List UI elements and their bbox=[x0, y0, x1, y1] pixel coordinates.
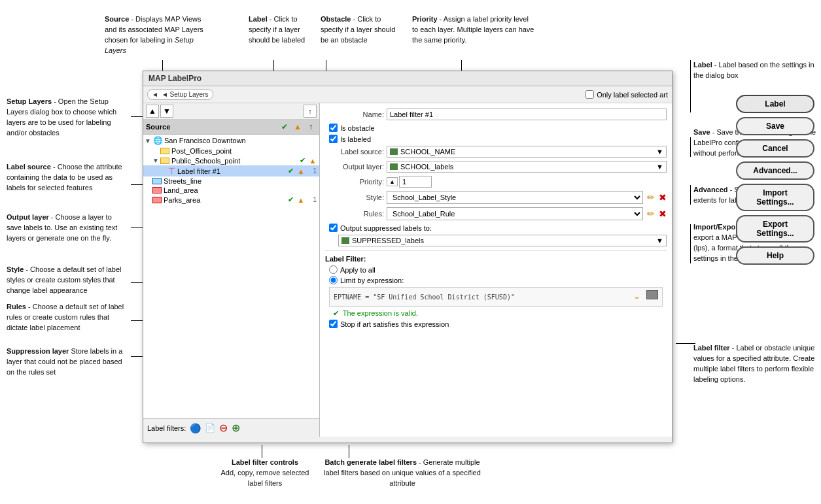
output-layer-row: Output layer: SCHOOL_labels ▼ bbox=[325, 161, 667, 173]
line-label-source-left bbox=[131, 184, 144, 185]
output-layer-select[interactable]: SCHOOL_labels ▼ bbox=[387, 161, 667, 173]
limit-expression-radio[interactable] bbox=[329, 276, 338, 284]
rules-edit-btn[interactable]: ✏ bbox=[647, 209, 655, 219]
expand-school: ▼ bbox=[152, 157, 160, 164]
priority-spin-up[interactable]: ▲ bbox=[387, 177, 398, 186]
annot-setup-left: Setup Layers - Open the Setup Layers dia… bbox=[7, 97, 128, 139]
rules-delete-btn[interactable]: ✖ bbox=[659, 209, 667, 219]
annot-rules-left: Rules - Choose a default set of label ru… bbox=[7, 302, 128, 333]
post-icon bbox=[160, 148, 169, 154]
cancel-btn[interactable]: Cancel bbox=[736, 139, 814, 158]
nav-up-btn[interactable]: ▲ bbox=[146, 105, 159, 118]
filter-icon-4[interactable]: ⊕ bbox=[232, 422, 240, 434]
dialog-window: MAP LabelPro ◄ ◄ Setup Layers Only label… bbox=[143, 71, 673, 443]
limit-expression-row[interactable]: Limit by expression: bbox=[325, 276, 667, 284]
priority-input[interactable] bbox=[399, 176, 432, 188]
obstacle-label: Is obstacle bbox=[340, 124, 375, 132]
expression-edit-btn[interactable]: ✏ bbox=[631, 290, 644, 303]
label-btn[interactable]: Label bbox=[736, 95, 814, 113]
setup-layers-label: ◄ Setup Layers bbox=[162, 91, 209, 98]
rules-label: Rules: bbox=[325, 210, 384, 218]
save-btn[interactable]: Save bbox=[736, 117, 814, 135]
line-batch-bottom bbox=[349, 445, 349, 458]
valid-msg-row: ✔ The expression is valid. bbox=[325, 309, 667, 318]
label-source-arrow: ▼ bbox=[656, 148, 663, 156]
line-setup-left bbox=[131, 116, 144, 117]
tree-row-sf[interactable]: ▼ 🌐 San Francisco Downtown bbox=[143, 135, 319, 146]
line-rules-left bbox=[131, 320, 144, 321]
obstacle-row[interactable]: Is obstacle bbox=[325, 124, 667, 132]
only-label-checkbox-container[interactable]: Only label selected art bbox=[585, 90, 668, 99]
filter1-num: 1 bbox=[306, 167, 317, 175]
apply-all-radio[interactable] bbox=[329, 265, 338, 274]
annot-suppression-left: Suppression layer Store labels in a laye… bbox=[7, 346, 128, 378]
label-source-select[interactable]: SCHOOL_NAME ▼ bbox=[387, 146, 667, 158]
tree-row-school[interactable]: ▼ Public_Schools_point ✔ ▲ bbox=[143, 156, 319, 165]
tree-row-post[interactable]: Post_Offices_point bbox=[143, 146, 319, 156]
style-edit-btn[interactable]: ✏ bbox=[647, 192, 655, 203]
annot-label-right: Label - Label based on the settings in t… bbox=[693, 60, 818, 81]
labeled-label: Is labeled bbox=[340, 135, 371, 143]
filter-icon-3[interactable]: ⊖ bbox=[219, 422, 228, 434]
check-header-icon[interactable]: ✔ bbox=[279, 121, 290, 133]
export-settings-btn-text: Export Settings... bbox=[756, 220, 794, 238]
expression-value: EPTNAME = "SF Unified School District (S… bbox=[334, 294, 631, 301]
annot-label-source-left: Label source - Choose the attribute cont… bbox=[7, 162, 128, 193]
advanced-btn[interactable]: Advanced... bbox=[736, 161, 814, 180]
output-layer-value: SCHOOL_labels bbox=[400, 163, 656, 171]
expression-copy-btn[interactable] bbox=[646, 290, 658, 299]
output-layer-arrow: ▼ bbox=[656, 163, 663, 171]
rules-select[interactable]: School_Label_Rule bbox=[387, 207, 643, 220]
move-up-btn[interactable]: ↑ bbox=[304, 105, 317, 118]
only-label-checkbox[interactable] bbox=[585, 90, 594, 99]
filter1-warn: ▲ bbox=[296, 167, 306, 175]
only-label-label: Only label selected art bbox=[597, 91, 668, 99]
annot-batch: Batch generate label filters - Generate … bbox=[321, 458, 484, 489]
label-filter-title: Label Filter: bbox=[325, 255, 667, 263]
annot-obstacle-top: Obstacle - Click to specify if a layer s… bbox=[321, 14, 399, 46]
line-output-left bbox=[131, 227, 144, 228]
warn-header-icon[interactable]: ▲ bbox=[292, 121, 304, 133]
output-layer-icon bbox=[390, 163, 398, 170]
tree-row-land[interactable]: Land_area bbox=[143, 186, 319, 195]
style-select[interactable]: School_Label_Style bbox=[387, 191, 643, 204]
dialog-title: MAP LabelPro bbox=[148, 74, 201, 83]
filter-icon-2[interactable]: 📄 bbox=[205, 423, 215, 433]
suppressed-checkbox-row[interactable]: Output suppressed labels to: bbox=[325, 224, 667, 232]
suppressed-select[interactable]: SUPPRESSED_labels ▼ bbox=[338, 235, 667, 246]
annot-label-filter-right: Label filter - Label or obstacle unique … bbox=[693, 343, 818, 385]
filter-icon-1[interactable]: 🔵 bbox=[190, 423, 201, 433]
help-btn[interactable]: Help bbox=[736, 246, 814, 265]
expression-box: EPTNAME = "SF Unified School District (S… bbox=[329, 287, 663, 307]
up-header-icon[interactable]: ↑ bbox=[305, 121, 317, 133]
annot-source: Source - Displays MAP Views and its asso… bbox=[105, 14, 209, 56]
labeled-row[interactable]: Is labeled bbox=[325, 135, 667, 143]
school-label: Public_Schools_point bbox=[171, 157, 297, 165]
line-label-filter-right bbox=[676, 343, 695, 344]
school-icon bbox=[160, 158, 169, 164]
suppressed-value: SUPPRESSED_labels bbox=[352, 237, 656, 244]
name-input[interactable] bbox=[387, 109, 667, 120]
tree-row-parks[interactable]: Parks_area ✔ ▲ 1 bbox=[143, 195, 319, 205]
sf-label: San Francisco Downtown bbox=[164, 137, 246, 144]
dialog-body: ▲ ▼ ↑ Source ✔ ▲ ↑ ▼ 🌐 San Francisco Dow… bbox=[143, 103, 672, 437]
suppressed-checkbox[interactable] bbox=[329, 224, 338, 232]
suppressed-label: Output suppressed labels to: bbox=[340, 224, 432, 232]
line-import-right bbox=[690, 224, 691, 263]
nav-down-btn[interactable]: ▼ bbox=[160, 105, 173, 118]
stop-if-checkbox[interactable] bbox=[329, 320, 338, 328]
line-label-right bbox=[690, 60, 691, 112]
labeled-checkbox[interactable] bbox=[329, 135, 338, 143]
annot-style-left: Style - Choose a default set of label st… bbox=[7, 265, 128, 296]
tree-row-streets[interactable]: Streets_line bbox=[143, 176, 319, 186]
suppressed-arrow: ▼ bbox=[656, 237, 663, 244]
setup-layers-btn[interactable]: ◄ ◄ Setup Layers bbox=[147, 89, 213, 100]
obstacle-checkbox[interactable] bbox=[329, 124, 338, 132]
apply-all-row[interactable]: Apply to all bbox=[325, 265, 667, 274]
import-settings-btn[interactable]: Import Settings... bbox=[736, 184, 814, 211]
export-settings-btn[interactable]: Export Settings... bbox=[736, 215, 814, 243]
style-delete-btn[interactable]: ✖ bbox=[659, 192, 667, 203]
stop-if-row[interactable]: Stop if art satisfies this expression bbox=[325, 320, 667, 328]
filter1-label: Label filter #1 bbox=[177, 167, 285, 175]
tree-row-filter1[interactable]: ⊤ Label filter #1 ✔ ▲ 1 bbox=[143, 165, 319, 176]
